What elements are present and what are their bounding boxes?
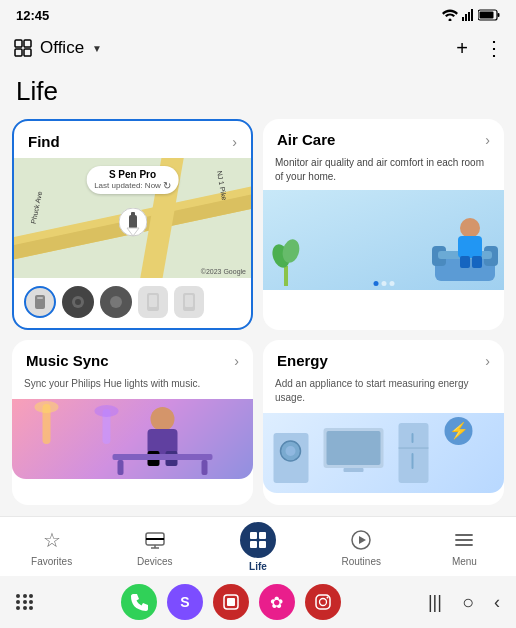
svg-text:⚡: ⚡ — [449, 421, 469, 440]
dock-app-samsung[interactable]: S — [167, 584, 203, 620]
status-icons — [442, 9, 500, 21]
svg-point-75 — [319, 599, 326, 606]
svg-point-40 — [151, 407, 175, 431]
svg-rect-34 — [460, 256, 470, 268]
nav-item-devices[interactable]: Devices — [103, 527, 206, 567]
svg-rect-60 — [146, 538, 164, 540]
svg-rect-10 — [15, 49, 22, 56]
svg-rect-65 — [250, 541, 257, 548]
music-sync-card[interactable]: Music Sync › Sync your Philips Hue light… — [12, 340, 253, 505]
svg-rect-8 — [15, 40, 22, 47]
music-sync-chevron-icon: › — [234, 353, 239, 369]
system-dock: S ✿ ||| ○ ‹ — [0, 576, 516, 628]
air-care-description: Monitor air quality and air comfort in e… — [263, 156, 504, 190]
music-sync-illustration — [12, 399, 253, 479]
last-updated: Last updated: Now ↻ — [94, 180, 171, 191]
svg-rect-14 — [131, 212, 135, 216]
nav-item-favorites[interactable]: ☆ Favorites — [0, 527, 103, 567]
dock-app-instagram[interactable] — [305, 584, 341, 620]
music-sync-title: Music Sync — [26, 352, 109, 369]
nav-item-menu[interactable]: Menu — [413, 527, 516, 567]
energy-illustration: ⚡ — [263, 413, 504, 493]
office-selector[interactable]: Office ▼ — [12, 37, 102, 59]
nav-label-routines: Routines — [341, 556, 380, 567]
energy-card[interactable]: Energy › Add an appliance to start measu… — [263, 340, 504, 505]
dock-apps: S ✿ — [121, 584, 341, 620]
svg-point-39 — [95, 405, 119, 417]
device-icon-1[interactable] — [62, 286, 94, 318]
dock-app-snapchat[interactable] — [213, 584, 249, 620]
devices-icon — [142, 527, 168, 553]
home-nav-button[interactable]: ○ — [462, 591, 474, 614]
svg-point-0 — [449, 19, 452, 22]
map-pin — [119, 208, 147, 248]
device-icons-row — [14, 278, 251, 328]
nav-label-menu: Menu — [452, 556, 477, 567]
svg-rect-73 — [227, 598, 235, 606]
svg-point-37 — [35, 401, 59, 413]
air-care-card[interactable]: Air Care › Monitor air quality and air c… — [263, 119, 504, 330]
nav-label-life: Life — [249, 561, 267, 572]
office-label: Office — [40, 38, 84, 58]
top-actions: + ⋮ — [456, 38, 504, 58]
air-care-header: Air Care › — [263, 119, 504, 156]
cards-grid: Find › Phuck Ave NJ 1 Pike S Pen Pro — [12, 119, 504, 505]
device-icon-spen[interactable] — [24, 286, 56, 318]
svg-marker-68 — [359, 536, 366, 544]
svg-rect-56 — [412, 453, 414, 469]
energy-title: Energy — [277, 352, 328, 369]
device-icon-3[interactable] — [138, 286, 168, 318]
svg-rect-6 — [498, 13, 500, 17]
page-title: Life — [0, 72, 516, 119]
more-button[interactable]: ⋮ — [484, 38, 504, 58]
svg-rect-9 — [24, 40, 31, 47]
location-icon — [12, 37, 34, 59]
nav-label-devices: Devices — [137, 556, 173, 567]
svg-rect-3 — [468, 12, 470, 21]
device-icon-4[interactable] — [174, 286, 204, 318]
svg-point-20 — [110, 296, 122, 308]
main-content: Find › Phuck Ave NJ 1 Pike S Pen Pro — [0, 119, 516, 523]
svg-rect-51 — [327, 431, 381, 465]
svg-rect-17 — [37, 297, 43, 299]
find-chevron-icon: › — [232, 134, 237, 150]
status-bar: 12:45 — [0, 0, 516, 28]
svg-rect-41 — [148, 429, 178, 454]
wifi-icon — [442, 9, 458, 21]
find-card[interactable]: Find › Phuck Ave NJ 1 Pike S Pen Pro — [12, 119, 253, 330]
nav-item-life[interactable]: Life — [206, 522, 309, 572]
svg-rect-22 — [149, 295, 157, 307]
svg-point-76 — [326, 597, 328, 599]
device-icon-2[interactable] — [100, 286, 132, 318]
air-care-title: Air Care — [277, 131, 335, 148]
nav-item-routines[interactable]: Routines — [310, 527, 413, 567]
google-badge: ©2023 Google — [201, 268, 246, 275]
music-sync-header: Music Sync › — [12, 340, 253, 377]
bottom-nav: ☆ Favorites Devices Life Routines Menu — [0, 516, 516, 576]
svg-rect-64 — [259, 532, 266, 539]
recent-nav-button[interactable]: ‹ — [494, 592, 500, 613]
back-nav-button[interactable]: ||| — [428, 592, 442, 613]
energy-chevron-icon: › — [485, 353, 490, 369]
status-time: 12:45 — [16, 8, 49, 23]
energy-header: Energy › — [263, 340, 504, 377]
nav-label-favorites: Favorites — [31, 556, 72, 567]
add-button[interactable]: + — [456, 38, 468, 58]
top-bar: Office ▼ + ⋮ — [0, 28, 516, 72]
air-care-chevron-icon: › — [485, 132, 490, 148]
svg-rect-25 — [284, 266, 288, 286]
app-grid-button[interactable] — [16, 594, 34, 610]
dock-app-phone[interactable] — [121, 584, 157, 620]
svg-rect-46 — [202, 460, 208, 475]
svg-rect-44 — [113, 454, 213, 460]
favorites-icon: ☆ — [39, 527, 65, 553]
svg-rect-53 — [399, 423, 429, 483]
svg-point-19 — [75, 299, 81, 305]
svg-rect-52 — [344, 468, 364, 472]
dock-app-flower[interactable]: ✿ — [259, 584, 295, 620]
air-care-illustration — [263, 190, 504, 290]
svg-rect-13 — [129, 215, 137, 229]
dropdown-arrow-icon: ▼ — [92, 43, 102, 54]
svg-rect-63 — [250, 532, 257, 539]
find-card-title: Find — [28, 133, 60, 150]
